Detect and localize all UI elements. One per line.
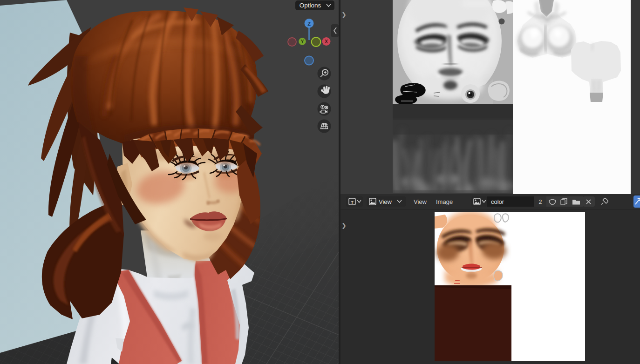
svg-text:View: View [379,198,392,205]
svg-text:X: X [325,39,328,44]
svg-text:Image: Image [436,198,453,205]
svg-text:Z: Z [307,21,311,27]
svg-text:View: View [414,198,427,205]
svg-text:Options: Options [300,2,321,9]
svg-text:T: T [351,200,354,205]
svg-text:Y: Y [301,39,304,44]
svg-text:2: 2 [539,199,542,205]
svg-text:color: color [491,198,504,205]
